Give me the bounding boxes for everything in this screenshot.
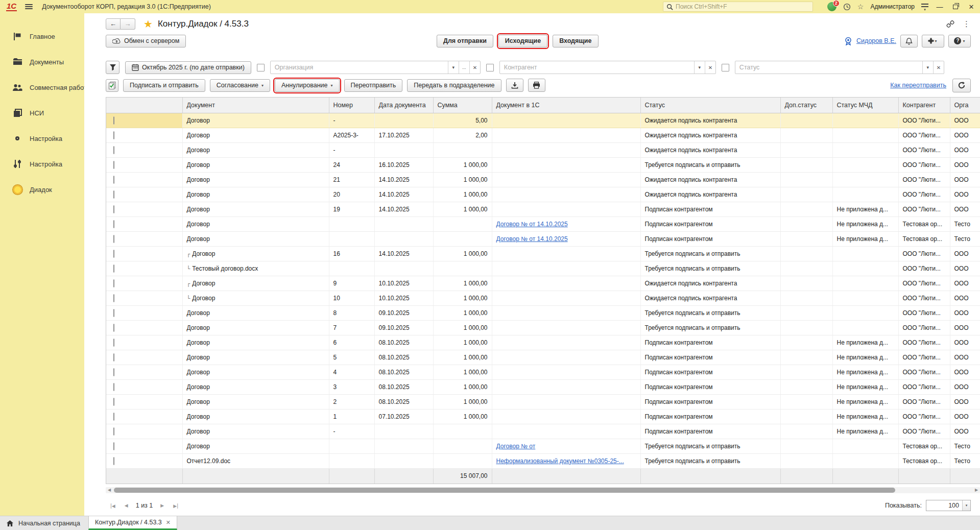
cell-mchd-status[interactable]: Не приложена д... [832,409,898,424]
cell-select[interactable] [106,172,182,187]
cell-sum[interactable]: 1 000,00 [433,335,492,350]
cell-contragent[interactable]: Тестовая ор... [898,439,950,453]
prev-page-icon[interactable]: ◀ [125,503,128,508]
cell-date[interactable] [374,216,433,231]
cell-organization[interactable]: ООО [950,128,980,142]
period-button[interactable]: Октябрь 2025 г. (по дате отправки) [125,61,251,74]
cell-dop-status[interactable] [780,365,832,379]
cell-mchd-status[interactable] [832,113,898,128]
cell-select[interactable] [106,291,182,305]
cell-date[interactable]: 10.10.2025 [374,291,433,305]
cell-organization[interactable]: ООО [950,365,980,379]
cell-organization[interactable]: ООО [950,261,980,276]
table-row[interactable]: ДоговорДоговор № от 14.10.2025Подписан к… [106,231,980,246]
table-row[interactable]: Договор208.10.20251 000,00Подписан контр… [106,394,980,409]
global-search-input[interactable]: Поиск Ctrl+Shift+F [663,2,813,12]
scroll-left-icon[interactable]: ◀ [106,487,113,493]
scrollbar-thumb[interactable] [114,488,895,493]
cell-date[interactable] [374,231,433,246]
cell-sum[interactable]: 1 000,00 [433,276,492,291]
cell-number[interactable] [329,439,374,453]
cell-mchd-status[interactable] [832,246,898,261]
table-row[interactable]: ДоговорДоговор № от 14.10.2025Подписан к… [106,216,980,231]
row-checkbox[interactable] [113,264,114,273]
cell-mchd-status[interactable] [832,276,898,291]
cell-status[interactable]: Подписан контрагентом [640,216,780,231]
cell-doc-1c[interactable] [492,379,640,394]
document-1c-link[interactable]: Договор № от 14.10.2025 [496,221,568,228]
cell-organization[interactable]: ООО [950,424,980,439]
cell-status[interactable]: Подписан контрагентом [640,202,780,216]
cell-number[interactable]: 7 [329,320,374,335]
get-link-icon[interactable] [946,20,954,28]
cell-organization[interactable]: ООО [950,157,980,172]
cell-date[interactable]: 16.10.2025 [374,157,433,172]
active-window-tab[interactable]: Контур.Диадок / 4.53.3 ✕ [88,516,177,530]
cell-date[interactable] [374,439,433,453]
cell-mchd-status[interactable] [832,439,898,453]
cell-document[interactable]: ┌Договор [182,276,329,291]
table-row[interactable]: Договор809.10.20251 000,00Требуется подп… [106,305,980,320]
cell-doc-1c[interactable] [492,409,640,424]
cell-select[interactable] [106,394,182,409]
toolbar-button-4[interactable]: Переотправить [344,79,403,92]
cell-sum[interactable]: 1 000,00 [433,409,492,424]
cell-doc-1c[interactable] [492,172,640,187]
status-dropdown-icon[interactable]: ▾ [922,61,933,74]
row-checkbox[interactable] [113,353,114,362]
cell-number[interactable]: А2025-3- [329,128,374,142]
row-checkbox[interactable] [113,413,114,421]
close-tab-icon[interactable]: ✕ [166,519,171,526]
cell-date[interactable] [374,142,433,157]
cell-sum[interactable]: 1 000,00 [433,394,492,409]
cell-number[interactable] [329,453,374,468]
cell-number[interactable]: 3 [329,379,374,394]
cell-select[interactable] [106,113,182,128]
cell-select[interactable] [106,187,182,202]
cell-contragent[interactable]: ООО "Люти... [898,246,950,261]
column-header-Сумма[interactable]: Сумма [433,98,492,113]
cell-date[interactable]: 10.10.2025 [374,276,433,291]
cell-status[interactable]: Подписан контрагентом [640,409,780,424]
column-header-select[interactable] [106,98,182,113]
cell-status[interactable]: Требуется подписать и отправить [640,305,780,320]
cell-select[interactable] [106,439,182,453]
cell-dop-status[interactable] [780,172,832,187]
cell-number[interactable]: 20 [329,187,374,202]
column-header-Статус[interactable]: Статус [640,98,780,113]
cell-document[interactable]: ┌Договор [182,246,329,261]
cell-contragent[interactable]: ООО "Люти... [898,187,950,202]
download-button[interactable] [506,79,523,92]
table-row[interactable]: Договор-Ожидается подпись контрагентаООО… [106,142,980,157]
tab-3[interactable]: Входящие [553,35,598,47]
cell-number[interactable]: - [329,424,374,439]
cell-doc-1c[interactable] [492,261,640,276]
cell-doc-1c[interactable] [492,424,640,439]
sidebar-item-5[interactable]: Настройка [0,126,84,151]
cell-status[interactable]: Требуется подписать и отправить [640,157,780,172]
cell-mchd-status[interactable] [832,261,898,276]
cell-number[interactable]: 24 [329,157,374,172]
cell-contragent[interactable]: ООО "Люти... [898,276,950,291]
cell-select[interactable] [106,320,182,335]
scroll-right-icon[interactable]: ▶ [973,487,980,493]
cell-contragent[interactable]: ООО "Люти... [898,128,950,142]
column-header-Статус МЧД[interactable]: Статус МЧД [832,98,898,113]
cell-document[interactable]: Договор [182,365,329,379]
cell-dop-status[interactable] [780,231,832,246]
table-row[interactable]: Договор508.10.20251 000,00Подписан контр… [106,350,980,365]
cell-mchd-status[interactable] [832,320,898,335]
how-to-resend-link[interactable]: Как переотправить [890,82,946,89]
main-menu-icon[interactable] [25,3,33,10]
cell-number[interactable]: 4 [329,365,374,379]
status-filter-checkbox[interactable] [722,64,729,71]
table-row[interactable]: Договор2114.10.20251 000,00Ожидается под… [106,172,980,187]
titlebar-user[interactable]: Администратор [870,3,915,10]
cell-organization[interactable]: ООО [950,305,980,320]
row-checkbox[interactable] [113,294,114,302]
cell-date[interactable]: 09.10.2025 [374,305,433,320]
cell-select[interactable] [106,157,182,172]
cell-sum[interactable]: 2,00 [433,128,492,142]
cell-number[interactable]: 6 [329,335,374,350]
print-button[interactable] [528,79,545,92]
